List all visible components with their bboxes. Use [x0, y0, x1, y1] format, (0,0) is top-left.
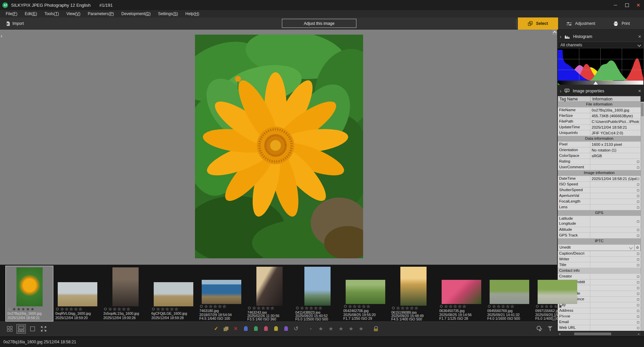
property-value[interactable] — [590, 233, 641, 238]
left-panel-expander-icon[interactable]: › — [1, 33, 2, 39]
star-rating[interactable]: ★★★★★ — [156, 307, 179, 311]
thumbnail-image[interactable] — [58, 282, 97, 306]
thumbnail-image[interactable] — [154, 282, 193, 306]
mark-circle-icon[interactable] — [152, 308, 155, 310]
property-row[interactable]: FileSize 455.73KB (466663Byte) ⚙ — [558, 113, 641, 119]
property-value[interactable]: 0o27Bq16la_1600.jpg — [590, 107, 641, 113]
edit-marker[interactable] — [637, 264, 639, 266]
edit-marker[interactable] — [637, 161, 639, 163]
property-value[interactable]: sRGB — [590, 153, 641, 159]
property-row[interactable]: ShutterSpeed ⚙ — [558, 187, 641, 193]
edit-marker[interactable] — [637, 281, 639, 284]
property-value[interactable]: 1600 x 2133 pixel — [590, 142, 641, 147]
mark-circle-icon[interactable] — [104, 308, 107, 310]
property-row[interactable]: DateTime 2025/12/04 18:58:21 (Update ⚙ — [558, 176, 641, 182]
edit-marker[interactable] — [637, 321, 639, 323]
property-row[interactable]: Rating ⚙ — [558, 159, 641, 165]
star-rating[interactable]: ★★★★★ — [12, 307, 35, 311]
star-rating[interactable]: ★★★★★ — [396, 306, 419, 310]
property-value[interactable] — [590, 193, 641, 199]
property-value[interactable]: No rotation (1) — [590, 147, 641, 153]
purple-flag-icon[interactable] — [284, 326, 288, 331]
star-rating[interactable]: ★★★★★ — [348, 304, 371, 309]
edit-marker[interactable] — [637, 287, 639, 289]
panel-expander-icon[interactable]: › — [560, 34, 561, 39]
menu-item[interactable]: View(V) — [63, 11, 84, 17]
rating-star-4[interactable]: ★ — [348, 326, 354, 332]
property-row[interactable]: Pixel 1600 x 2133 pixel ⚙ — [558, 142, 641, 147]
lock-icon[interactable] — [373, 326, 379, 331]
property-value[interactable] — [590, 182, 641, 187]
star-rating[interactable]: ★★★★★ — [300, 306, 323, 310]
property-row[interactable]: Data information ⚙ — [558, 136, 641, 142]
property-row[interactable]: ColorSpace sRGB ⚙ — [558, 153, 641, 159]
property-value[interactable] — [590, 319, 641, 325]
star-rating[interactable]: ★★★★★ — [204, 304, 227, 309]
filmstrip-item[interactable]: ★★★★★ 7463243.jpg 2025/02/26 11:30:56 F3… — [245, 266, 293, 321]
edit-marker[interactable] — [637, 327, 639, 329]
properties-close-icon[interactable]: ✕ — [638, 89, 641, 93]
green-flag-icon[interactable] — [254, 326, 258, 331]
filmstrip-item[interactable]: ★★★★★ 0636450735.jpg 2025/08/25 19:14:56… — [437, 266, 485, 321]
property-row[interactable]: Web URL ⚙ — [558, 325, 641, 331]
property-row[interactable]: Lens ⚙ — [558, 205, 641, 210]
filmstrip-item[interactable]: ★★★★★ 0945560769.jpg 2025/09/21 14:41:32… — [485, 266, 533, 321]
property-value[interactable] — [590, 302, 641, 308]
property-value[interactable]: 2025/12/04 18:58:21 (Update — [590, 176, 641, 181]
edit-marker[interactable] — [637, 229, 639, 231]
property-value[interactable] — [590, 216, 641, 227]
thumbnail-image[interactable] — [202, 280, 241, 304]
histogram-close-icon[interactable]: ✕ — [638, 34, 641, 39]
edit-marker[interactable] — [637, 315, 639, 318]
mark-circle-icon[interactable] — [56, 308, 59, 310]
preview-image-flower[interactable] — [195, 35, 363, 258]
mark-circle-icon[interactable] — [296, 307, 299, 309]
property-value[interactable]: JFIF YCbCr(4:2:0) — [590, 130, 641, 136]
edit-marker[interactable] — [637, 258, 639, 261]
property-value[interactable] — [590, 291, 641, 296]
property-value[interactable] — [590, 205, 641, 210]
channel-selector[interactable]: All channels — [558, 42, 643, 48]
mark-circle-icon[interactable] — [200, 305, 203, 308]
undo-mark-icon[interactable]: ↺ — [293, 325, 299, 332]
thumbnail-image[interactable] — [304, 267, 331, 306]
property-row[interactable]: Unedit ⚙ — [558, 244, 641, 251]
filter-funnel-icon[interactable] — [548, 326, 552, 331]
mark-circle-icon[interactable] — [488, 305, 491, 308]
filmstrip-item[interactable]: ★★★★★ 0o27Bq16la_1600.jpg 2025/12/04 18:… — [5, 266, 53, 321]
edit-marker[interactable] — [637, 206, 639, 209]
property-value[interactable]: C:\Users\Public\Pict...\Photos — [590, 119, 641, 124]
edit-marker[interactable] — [637, 304, 639, 306]
mark-circle-icon[interactable] — [536, 305, 539, 308]
minimize-button[interactable] — [610, 0, 621, 10]
property-row[interactable]: IPTC ⚙ — [558, 238, 641, 244]
property-row[interactable]: ApertureVal ⚙ — [558, 193, 641, 199]
mode-print-button[interactable]: Print — [604, 17, 639, 30]
property-row[interactable]: GPS ⚙ — [558, 210, 641, 216]
reject-mark-icon[interactable]: ✕ — [233, 326, 238, 331]
filmstrip-expand-icon[interactable]: ◿ — [552, 316, 556, 320]
property-value[interactable] — [590, 308, 641, 313]
star-rating[interactable]: ★★★★★ — [444, 304, 467, 309]
panel-expander-icon[interactable]: › — [560, 88, 561, 94]
edit-marker[interactable] — [637, 220, 639, 223]
star-rating[interactable]: ★★★★★ — [252, 306, 275, 310]
edit-marker[interactable] — [637, 253, 639, 255]
star-rating[interactable]: ★★★★★ — [492, 304, 515, 309]
thumbnail-image[interactable] — [538, 280, 577, 304]
combination-view-button[interactable] — [16, 324, 26, 334]
property-row[interactable]: FocalLength ⚙ — [558, 199, 641, 205]
filmstrip-item[interactable]: ★★★★★ 0xqRVLGlqg_1600.jpg 2025/12/04 18:… — [53, 266, 101, 321]
menu-item[interactable]: Parameters(P) — [84, 11, 118, 17]
tone-slider-handle[interactable] — [593, 81, 598, 85]
edit-marker[interactable] — [637, 234, 639, 237]
property-row[interactable]: Caption/Descri ⚙ — [558, 251, 641, 257]
yellow-flag-icon[interactable] — [274, 326, 278, 331]
filmstrip-item[interactable]: ★★★★★ 0615199089.jpg 2025/09/20 15:48:49… — [389, 266, 437, 321]
filmstrip-item[interactable]: ★★★★★ 0411438923.jpg 2025/09/20 15:40:52… — [293, 266, 341, 321]
thumbnail-image[interactable] — [256, 267, 283, 306]
property-value[interactable] — [590, 227, 641, 232]
property-value[interactable] — [590, 165, 641, 170]
property-row[interactable]: UserComment ⚙ — [558, 165, 641, 170]
property-value[interactable]: 455.73KB (466663Byte) — [590, 113, 641, 119]
